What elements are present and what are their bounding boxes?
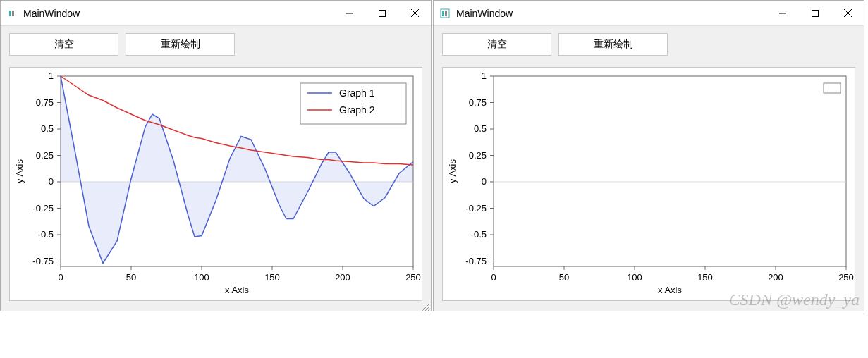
window-controls	[334, 1, 431, 25]
clear-button[interactable]: 清空	[442, 33, 551, 56]
svg-text:-0.25: -0.25	[465, 203, 487, 214]
svg-text:100: 100	[194, 272, 209, 283]
chart: 050100150200250-0.75-0.5-0.2500.250.50.7…	[443, 68, 856, 300]
svg-text:0.25: 0.25	[36, 150, 54, 161]
minimize-button[interactable]	[766, 1, 799, 25]
svg-text:x Axis: x Axis	[658, 285, 682, 295]
close-button[interactable]	[398, 1, 431, 25]
svg-text:0.75: 0.75	[469, 97, 487, 108]
svg-text:150: 150	[697, 272, 713, 283]
svg-text:0: 0	[482, 176, 487, 187]
window-controls	[766, 1, 864, 25]
svg-text:200: 200	[335, 272, 350, 283]
svg-text:250: 250	[405, 272, 421, 283]
svg-text:0: 0	[49, 176, 54, 187]
svg-rect-54	[494, 76, 846, 266]
svg-text:1: 1	[49, 70, 54, 81]
svg-text:150: 150	[264, 272, 280, 283]
svg-text:200: 200	[768, 272, 783, 283]
svg-text:250: 250	[838, 272, 854, 283]
minimize-button[interactable]	[334, 1, 366, 25]
svg-line-46	[428, 309, 429, 311]
chart: 050100150200250-0.75-0.5-0.2500.250.50.7…	[10, 68, 423, 300]
svg-text:-0.75: -0.75	[32, 256, 54, 266]
app-window: MainWindow 清空 重新绘制 050100150200250-0.75-…	[0, 0, 432, 311]
svg-text:0: 0	[58, 272, 63, 283]
resize-grip-icon[interactable]	[421, 301, 429, 309]
svg-text:0: 0	[491, 272, 496, 283]
toolbar: 清空 重新绘制	[1, 26, 431, 63]
svg-text:50: 50	[559, 272, 569, 283]
plot-area[interactable]: 050100150200250-0.75-0.5-0.2500.250.50.7…	[9, 67, 422, 301]
svg-text:0.5: 0.5	[474, 123, 487, 134]
svg-text:y Axis: y Axis	[447, 159, 458, 183]
svg-text:0.25: 0.25	[469, 150, 487, 161]
svg-text:0.5: 0.5	[41, 123, 54, 134]
svg-rect-2	[12, 11, 14, 16]
svg-text:-0.75: -0.75	[465, 256, 487, 266]
close-button[interactable]	[831, 1, 864, 25]
svg-text:Graph 2: Graph 2	[339, 104, 375, 116]
svg-rect-51	[812, 10, 819, 16]
titlebar[interactable]: MainWindow	[1, 1, 431, 26]
svg-rect-48	[442, 11, 444, 16]
svg-text:y Axis: y Axis	[14, 159, 25, 183]
svg-text:-0.25: -0.25	[32, 203, 54, 214]
maximize-button[interactable]	[366, 1, 398, 25]
svg-text:x Axis: x Axis	[225, 285, 249, 295]
svg-rect-86	[824, 83, 841, 93]
titlebar[interactable]: MainWindow	[434, 1, 864, 26]
window-title: MainWindow	[23, 8, 334, 19]
app-icon	[6, 8, 18, 19]
svg-text:Graph 1: Graph 1	[339, 87, 375, 99]
svg-text:100: 100	[627, 272, 642, 283]
svg-rect-1	[9, 11, 11, 16]
svg-text:-0.5: -0.5	[38, 229, 54, 240]
svg-text:1: 1	[482, 70, 487, 81]
app-window: MainWindow 清空 重新绘制 050100150200250-0.75-…	[433, 0, 864, 311]
window-title: MainWindow	[456, 8, 766, 19]
svg-text:-0.5: -0.5	[471, 229, 487, 240]
svg-text:50: 50	[126, 272, 136, 283]
app-icon	[439, 8, 451, 19]
svg-rect-49	[445, 11, 447, 16]
toolbar: 清空 重新绘制	[434, 26, 864, 63]
redraw-button[interactable]: 重新绘制	[558, 33, 668, 56]
plot-area[interactable]: 050100150200250-0.75-0.5-0.2500.250.50.7…	[442, 67, 855, 301]
maximize-button[interactable]	[799, 1, 831, 25]
svg-text:0.75: 0.75	[36, 97, 54, 108]
clear-button[interactable]: 清空	[9, 33, 118, 56]
redraw-button[interactable]: 重新绘制	[126, 33, 235, 56]
svg-rect-4	[379, 10, 386, 16]
